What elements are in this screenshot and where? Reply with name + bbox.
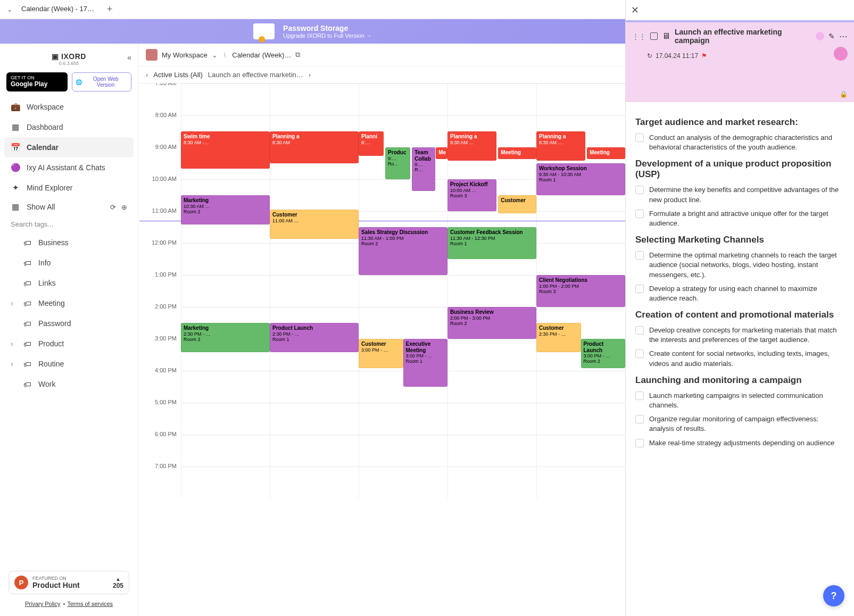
checklist-item[interactable]: Determine the optimal marketing channels… xyxy=(635,251,844,280)
nav-mind-explorer[interactable]: ✦Mind Explorer xyxy=(4,178,134,198)
tag-icon: 🏷 xyxy=(22,258,32,268)
filter-active-lists[interactable]: Active Lists (All) xyxy=(153,71,202,79)
tab-calendar[interactable]: Calendar (Week) - 17… xyxy=(15,2,101,17)
calendar-event[interactable]: Customer Feedback Session11:30 AM - 12:3… xyxy=(447,227,536,259)
checklist-item[interactable]: Formulate a bright and attractive unique… xyxy=(635,209,844,228)
nav-dashboard[interactable]: ▦Dashboard xyxy=(4,117,134,137)
drag-handle-icon[interactable]: ⋮⋮ xyxy=(632,32,646,40)
checklist-item[interactable]: Make real-time strategy adjustments depe… xyxy=(635,438,844,448)
checkbox[interactable] xyxy=(635,210,644,218)
tag-work[interactable]: 🏷Work xyxy=(4,374,134,394)
calendar-event[interactable]: Workshop Session9:30 AM - 10:30 AMRoom 1 xyxy=(536,163,625,195)
calendar-event[interactable]: Customer xyxy=(498,195,536,213)
open-web-button[interactable]: 🌐 Open Web Version xyxy=(72,72,132,91)
next-icon[interactable]: › xyxy=(309,71,311,79)
search-tags-input[interactable]: Search tags... xyxy=(4,216,134,232)
breadcrumb-page[interactable]: Calendar (Week)… xyxy=(232,51,291,59)
calendar-event[interactable]: Planning a8:30 AM … xyxy=(536,131,585,161)
tag-password[interactable]: 🏷Password xyxy=(4,313,134,334)
task-title: Launch an effective marketing campaign xyxy=(675,28,811,45)
calendar-event[interactable]: Customer3:00 PM - … xyxy=(359,339,403,368)
upgrade-banner[interactable]: Password Storage Upgrade IXORD to Full V… xyxy=(0,19,625,44)
checklist-item[interactable]: Organize regular monitoring of campaign … xyxy=(635,414,844,434)
refresh-icon[interactable]: ⟳ xyxy=(110,203,116,211)
calendar-event[interactable]: Business Review2:00 PM - 3:00 PMRoom 2 xyxy=(447,307,536,339)
assignee-avatar[interactable] xyxy=(834,47,848,61)
tag-info[interactable]: 🏷Info xyxy=(4,253,134,273)
prev-icon[interactable]: ‹ xyxy=(146,71,148,79)
checkbox[interactable] xyxy=(635,392,644,400)
calendar-event[interactable]: Planni8:… xyxy=(359,131,384,156)
history-icon[interactable]: ↻ xyxy=(647,52,652,60)
terms-link[interactable]: Terms of services xyxy=(67,601,113,607)
calendar-event[interactable]: Swim time8:30 AM -… xyxy=(181,131,270,169)
calendar-event[interactable]: Project Kickoff10:00 AM …Room 3 xyxy=(447,179,496,211)
time-label: 4:00 PM xyxy=(138,367,181,399)
tag-icon: 🏷 xyxy=(22,298,32,308)
more-icon[interactable]: ⋯ xyxy=(839,31,848,41)
help-button[interactable]: ? xyxy=(823,585,844,606)
filter-task[interactable]: Launch an effective marketin… xyxy=(208,71,303,79)
checkbox[interactable] xyxy=(635,251,644,260)
calendar-event[interactable]: Produc9:…Ro… xyxy=(385,147,410,179)
calendar-event[interactable]: Client Negotiations1:00 PM - 2:00 PMRoom… xyxy=(536,275,625,307)
checkbox[interactable] xyxy=(635,285,644,293)
chevron-down-icon[interactable]: ⌄ xyxy=(212,51,218,59)
calendar-event[interactable]: Meeting xyxy=(498,147,536,159)
calendar-event[interactable]: Customer11:00 AM … xyxy=(270,210,359,239)
collapse-sidebar-icon[interactable]: « xyxy=(127,53,131,62)
checklist-item[interactable]: Create content for social networks, incl… xyxy=(635,349,844,368)
nav-calendar[interactable]: 📅Calendar xyxy=(4,137,134,157)
calendar-subheader: ‹ Active Lists (All) Launch an effective… xyxy=(138,66,625,84)
checkbox[interactable] xyxy=(635,415,644,423)
calendar-event[interactable]: Me xyxy=(436,147,447,159)
tag-product[interactable]: ›🏷Product xyxy=(4,334,134,354)
checklist-item[interactable]: Conduct an analysis of the demographic c… xyxy=(635,133,844,152)
tag-business[interactable]: 🏷Business xyxy=(4,232,134,253)
calendar-event[interactable]: Team Collab9:…R… xyxy=(412,147,435,191)
time-label: 8:00 AM xyxy=(138,112,181,144)
nav-workspace[interactable]: 💼Workspace xyxy=(4,97,134,117)
task-checkbox[interactable] xyxy=(650,32,658,40)
calendar-grid[interactable]: 7:00 AM8:00 AM9:00 AM10:00 AM11:00 AM12:… xyxy=(138,84,625,616)
checklist-item[interactable]: Develop creative concepts for marketing … xyxy=(635,326,844,345)
nav-ixy-ai-assistant-&-chats[interactable]: 🟣Ixy AI Assistant & Chats xyxy=(4,157,134,178)
google-play-button[interactable]: GET IT ONGoogle Play xyxy=(6,72,68,91)
checkbox[interactable] xyxy=(635,326,644,335)
workspace-avatar[interactable] xyxy=(146,49,157,61)
calendar-event[interactable]: Meeting xyxy=(587,147,625,159)
tag-links[interactable]: 🏷Links xyxy=(4,273,134,293)
flag-icon[interactable]: ⚑ xyxy=(701,52,707,60)
close-panel-icon[interactable]: ✕ xyxy=(626,0,854,20)
workspace-name[interactable]: My Workspace xyxy=(162,51,208,59)
add-icon[interactable]: ⊕ xyxy=(121,203,127,211)
calendar-event[interactable]: Customer2:30 PM - … xyxy=(536,323,581,352)
calendar-event[interactable]: Product Launch3:00 PM - …Room 2 xyxy=(581,339,626,368)
checkbox[interactable] xyxy=(635,439,644,447)
calendar-event[interactable]: Executive Meeting3:00 PM - …Room 1 xyxy=(403,339,448,387)
checkbox[interactable] xyxy=(635,349,644,358)
chevron-right-icon: › xyxy=(11,339,17,348)
edit-icon[interactable]: ✎ xyxy=(828,32,835,40)
checkbox[interactable] xyxy=(635,186,644,194)
checklist-item[interactable]: Launch marketing campaigns in selected c… xyxy=(635,391,844,410)
calendar-event[interactable]: Planning a8:30 AM … xyxy=(447,131,496,161)
new-tab-button[interactable]: + xyxy=(107,4,113,15)
color-tag[interactable] xyxy=(816,32,824,40)
tag-icon: 🏷 xyxy=(22,359,32,369)
calendar-event[interactable]: Product Launch2:30 PM - …Room 1 xyxy=(270,323,359,352)
privacy-link[interactable]: Privary Policy xyxy=(25,601,61,607)
product-hunt-badge[interactable]: P FEATURED ON Product Hunt ▲ 205 xyxy=(9,571,129,594)
show-all-button[interactable]: ▦ Show All xyxy=(11,202,55,212)
checklist-item[interactable]: Develop a strategy for using each channe… xyxy=(635,284,844,303)
external-link-icon[interactable]: ⧉ xyxy=(295,51,300,59)
tag-meeting[interactable]: ›🏷Meeting xyxy=(4,293,134,313)
calendar-event[interactable]: Marketing2:30 PM - …Room 2 xyxy=(181,323,270,352)
checklist-item[interactable]: Determine the key benefits and competiti… xyxy=(635,185,844,204)
tag-routine[interactable]: ›🏷Routine xyxy=(4,354,134,374)
tab-dropdown-icon[interactable]: ⌄ xyxy=(4,5,15,13)
calendar-event[interactable]: Marketing10:30 AM …Room 2 xyxy=(181,195,270,224)
calendar-event[interactable]: Planning a8:30 AM xyxy=(270,131,359,163)
calendar-event[interactable]: Sales Strategy Discussion11:30 AM - 1:00… xyxy=(359,227,447,275)
checkbox[interactable] xyxy=(635,134,644,142)
